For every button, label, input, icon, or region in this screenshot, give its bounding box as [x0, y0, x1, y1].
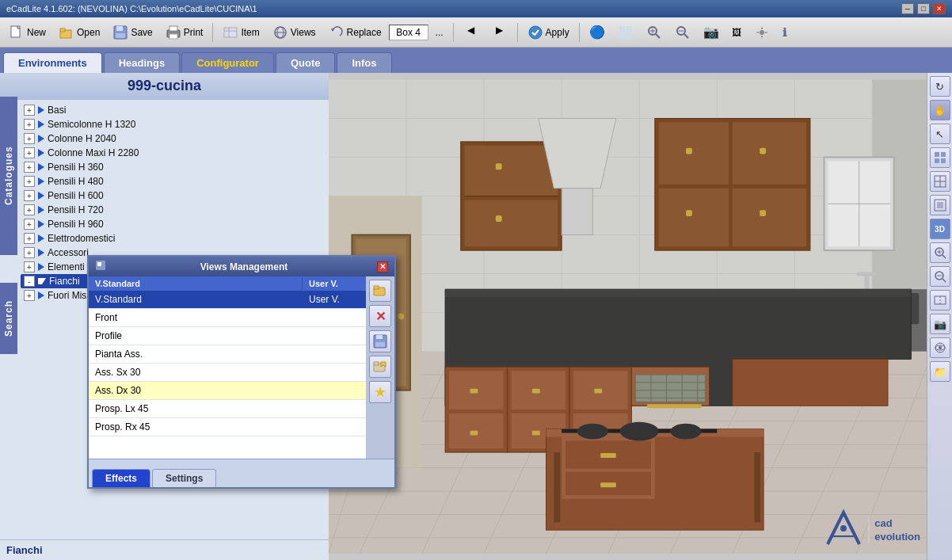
tb-extra-2[interactable] — [612, 21, 639, 44]
tree-item-colonnemaxi[interactable]: + Colonne Maxi H 2280 — [21, 146, 326, 160]
maximize-button[interactable]: □ — [917, 3, 930, 14]
svg-rect-112 — [470, 389, 478, 394]
tree-arrow-open-icon — [38, 278, 46, 284]
views-tab-effects[interactable]: Effects — [92, 469, 150, 487]
zoom-out-button[interactable] — [930, 266, 950, 287]
views-row-prosplx45[interactable]: Prosp. Lx 45 — [89, 400, 366, 418]
tb-extra-7[interactable] — [748, 21, 775, 44]
info-button[interactable]: ℹ — [777, 23, 792, 42]
tb-extra-3[interactable] — [641, 21, 668, 44]
tab-quote[interactable]: Quote — [276, 52, 336, 73]
views-row-profile[interactable]: Profile — [89, 327, 366, 345]
svg-rect-21 — [626, 26, 632, 32]
svg-rect-142 — [600, 453, 616, 458]
views-dialog-close-button[interactable]: ✕ — [377, 261, 388, 272]
views-open-button[interactable] — [369, 280, 391, 302]
tree-item-pensili720[interactable]: + Pensili H 720 — [21, 203, 326, 217]
tree-item-colonne2040[interactable]: + Colonne H 2040 — [21, 131, 326, 146]
views-save-button[interactable] — [369, 330, 391, 352]
zoom-in-button[interactable] — [930, 242, 950, 263]
tb-extra-1[interactable]: 🔵 — [584, 21, 611, 43]
watermark-text: cad evolution — [868, 517, 920, 544]
select-button[interactable]: ↖ — [930, 124, 950, 144]
tree-expander[interactable]: + — [24, 219, 35, 230]
tree-expander[interactable]: + — [24, 176, 35, 187]
rotate-view-button[interactable]: ↻ — [930, 76, 950, 97]
tree-item-pensili600[interactable]: + Pensili H 600 — [21, 189, 326, 203]
views-close-button[interactable]: ✕ — [369, 305, 391, 327]
views-star-button[interactable]: ★ — [369, 381, 391, 403]
views-row-front[interactable]: Front — [89, 309, 366, 327]
tree-arrow-icon — [38, 263, 44, 271]
tree-expander[interactable]: + — [24, 147, 35, 158]
svg-rect-151 — [941, 158, 946, 163]
tree-arrow-icon — [38, 163, 44, 171]
camera-button[interactable]: 📷 — [930, 314, 950, 334]
views-button[interactable]: Views — [267, 21, 322, 44]
item-button[interactable]: Item — [217, 21, 265, 44]
tree-item-label: Fianchi — [49, 276, 80, 287]
svg-point-168 — [939, 346, 942, 349]
grid-button[interactable] — [930, 171, 950, 192]
tab-headings[interactable]: Headings — [104, 52, 181, 73]
tree-expander[interactable]: + — [24, 204, 35, 215]
tb-extra-4[interactable] — [669, 21, 696, 44]
tree-arrow-icon — [38, 177, 44, 185]
tb-extra-6[interactable]: 🖼 — [726, 24, 747, 41]
views-list: V.Standard User V. V.Standard User V. Fr… — [89, 276, 366, 459]
tb-extra-5[interactable]: 📷 — [698, 21, 725, 43]
views-icon — [272, 25, 288, 40]
views-row-assdx30[interactable]: Ass. Dx 30 — [89, 382, 366, 400]
tree-item-pensili480[interactable]: + Pensili H 480 — [21, 174, 326, 189]
views-dialog-titlebar: Views Management ✕ — [89, 257, 394, 276]
tree-expander[interactable]: + — [24, 247, 35, 258]
front-view-button[interactable] — [930, 290, 950, 310]
tree-expander[interactable]: + — [24, 133, 35, 144]
apply-button[interactable]: Apply — [522, 21, 575, 44]
views-tab-settings[interactable]: Settings — [152, 469, 216, 487]
tree-item-basi[interactable]: + Basi — [21, 103, 326, 117]
open-icon — [59, 25, 74, 40]
new-button[interactable]: New — [3, 21, 51, 44]
close-button[interactable]: ✕ — [933, 3, 946, 14]
tree-expander[interactable]: + — [24, 119, 35, 130]
folder-rt-button[interactable]: 📁 — [930, 361, 950, 382]
ellipsis-button[interactable]: ... — [430, 24, 449, 41]
orbit-button[interactable] — [930, 337, 950, 358]
views-row-pianta[interactable]: Pianta Ass. — [89, 345, 366, 364]
main-area: Catalogues Search 999-cucina + Basi + Se… — [0, 73, 952, 560]
tree-expander[interactable]: + — [24, 261, 35, 272]
tree-expander[interactable]: + — [24, 290, 35, 301]
tree-item-pensili960[interactable]: + Pensili H 960 — [21, 217, 326, 231]
open-button[interactable]: Open — [53, 21, 105, 44]
tree-item-elettrodomestici[interactable]: + Elettrodomestici — [21, 231, 326, 246]
tab-configurator[interactable]: Configurator — [181, 52, 274, 73]
svg-rect-150 — [935, 158, 939, 163]
views-row-prosprx45[interactable]: Prosp. Rx 45 — [89, 418, 366, 436]
print-button[interactable]: Print — [160, 21, 209, 44]
save-button[interactable]: Save — [107, 21, 158, 44]
tab-environments[interactable]: Environments — [3, 52, 102, 73]
nav-forward-button[interactable]: ▶ — [486, 21, 513, 44]
zoom-fit-button[interactable] — [930, 195, 950, 215]
nav-back-button[interactable]: ◀ — [458, 21, 485, 44]
tree-expander[interactable]: + — [24, 105, 35, 116]
tree-item-semicolonne[interactable]: + Semicolonne H 1320 — [21, 117, 326, 131]
tab-infos[interactable]: Infos — [337, 52, 391, 73]
tree-expander[interactable]: + — [24, 190, 35, 201]
views-row-asssx30[interactable]: Ass. Sx 30 — [89, 364, 366, 382]
3d-view-button[interactable]: 3D — [930, 219, 950, 239]
tree-expander[interactable]: - — [24, 276, 35, 287]
svg-rect-88 — [562, 189, 592, 235]
pan-button[interactable]: ✋ — [930, 100, 950, 120]
tree-expander[interactable]: + — [24, 162, 35, 173]
tree-expander[interactable]: + — [24, 233, 35, 244]
tree-item-pensili360[interactable]: + Pensili H 360 — [21, 160, 326, 174]
views-load-button[interactable] — [369, 356, 391, 378]
kitchen-scene-canvas[interactable] — [329, 73, 927, 560]
replace-button[interactable]: Replace — [323, 21, 387, 44]
minimize-button[interactable]: ─ — [901, 3, 914, 14]
title-bar: eCadLite 4.1.602: (NEVOLINA) C:\Evolutio… — [0, 0, 952, 17]
panel-button[interactable] — [930, 147, 950, 168]
views-row-vstandard[interactable]: V.Standard User V. — [89, 291, 366, 309]
